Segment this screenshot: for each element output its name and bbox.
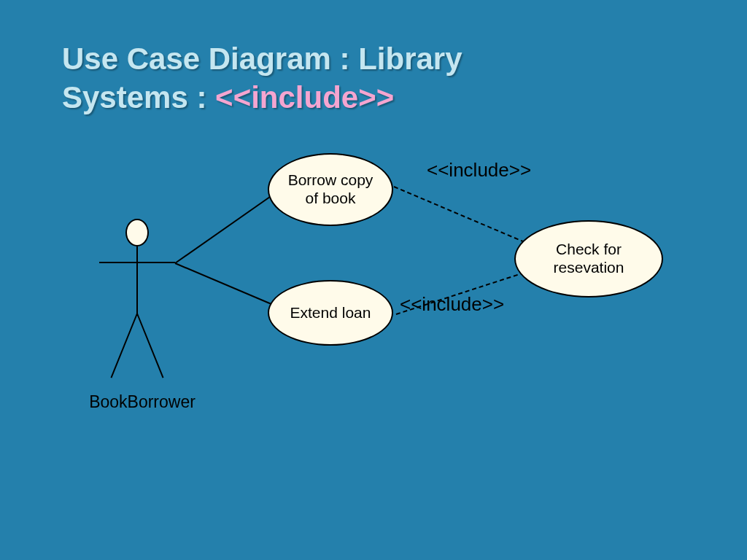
actor-label: BookBorrower xyxy=(84,392,201,412)
title-line1: Use Case Diagram : Library xyxy=(62,42,462,76)
title-line2-prefix: Systems : xyxy=(62,80,215,114)
actor-body-line xyxy=(136,246,138,316)
actor-arms-line xyxy=(99,262,175,263)
usecase-check: Check for resevation xyxy=(514,220,663,298)
include-label-1: <<include>> xyxy=(427,159,531,182)
actor-leg-left xyxy=(110,314,137,378)
usecase-borrow: Borrow copy of book xyxy=(268,153,393,226)
usecase-borrow-label: Borrow copy of book xyxy=(279,171,382,208)
actor-head-icon xyxy=(125,219,149,246)
title-accent: <<include>> xyxy=(215,80,394,114)
usecase-extend: Extend loan xyxy=(268,280,393,346)
use-case-diagram: BookBorrower Borrow copy of book Extend … xyxy=(58,160,693,489)
slide-title: Use Case Diagram : Library Systems : <<i… xyxy=(62,40,462,117)
usecase-check-label: Check for resevation xyxy=(526,241,651,277)
association-borrow xyxy=(174,187,283,264)
usecase-extend-label: Extend loan xyxy=(290,304,371,322)
actor-leg-right xyxy=(136,314,163,378)
include-label-2: <<include>> xyxy=(400,293,504,316)
